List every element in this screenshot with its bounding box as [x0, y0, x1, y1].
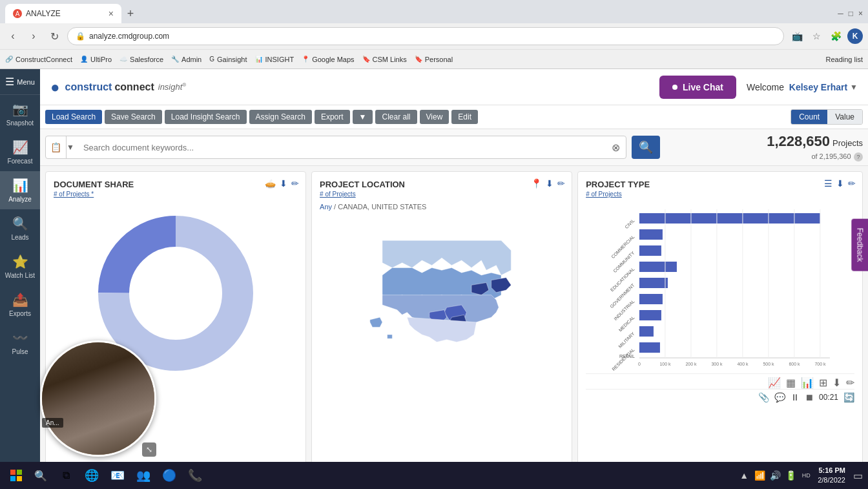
edit-type-icon[interactable]: ✏ [848, 178, 856, 189]
system-clock[interactable]: 5:16 PM 2/8/2022 [818, 466, 845, 486]
bookmark-button[interactable]: ☆ [809, 28, 824, 44]
canada-group [382, 240, 511, 300]
project-type-subtitle[interactable]: # of Projects [586, 191, 854, 198]
edit-chart-icon[interactable]: ✏ [291, 178, 299, 189]
search-clear-button[interactable]: ⊗ [605, 136, 626, 158]
taskbar-ringcentral-button[interactable]: 📞 [183, 464, 207, 487]
bookmark-admin[interactable]: 🔧 Admin [171, 56, 202, 63]
stop-icon[interactable]: ⏹ [805, 392, 814, 402]
download-type-icon[interactable]: ⬇ [836, 178, 844, 189]
svg-text:MEDICAL: MEDICAL [618, 315, 636, 333]
line-chart-icon[interactable]: 📈 [768, 377, 781, 389]
table-view-icon[interactable]: ⊞ [819, 377, 827, 389]
breadcrumb-any[interactable]: Any [320, 203, 332, 211]
project-location-subtitle[interactable]: # of Projects [320, 191, 564, 198]
sidebar-item-pulse[interactable]: 〰️ Pulse [0, 324, 40, 362]
sidebar-item-snapshot[interactable]: 📷 Snapshot [0, 95, 40, 133]
caption-icon[interactable]: 💬 [774, 392, 785, 402]
expand-view-icon[interactable]: ✏ [846, 377, 854, 389]
svg-text:RETAIL: RETAIL [619, 354, 635, 359]
download-chart-icon[interactable]: ⬇ [280, 178, 287, 189]
assign-search-button[interactable]: Assign Search [249, 110, 312, 124]
live-chat-button[interactable]: Live Chat [659, 76, 736, 99]
user-dropdown-button[interactable]: ▼ [850, 83, 858, 92]
taskbar-chrome-button[interactable]: 🔵 [158, 464, 181, 487]
download-location-icon[interactable]: ⬇ [546, 178, 553, 189]
reload-button[interactable]: ↻ [46, 28, 62, 44]
maximize-button[interactable]: □ [849, 9, 853, 18]
forward-button[interactable]: › [26, 28, 41, 44]
reading-list-button[interactable]: Reading list [826, 56, 863, 63]
extensions-button[interactable]: 🧩 [828, 28, 843, 44]
save-search-button[interactable]: Save Search [105, 110, 162, 124]
project-count-label: Projects [832, 138, 863, 148]
bar-view-icon[interactable]: 📊 [801, 377, 814, 389]
back-button[interactable]: ‹ [5, 28, 21, 44]
view-button[interactable]: View [420, 110, 450, 124]
minimize-button[interactable]: ─ [838, 9, 843, 18]
sidebar-item-leads[interactable]: 🔍 Leads [0, 209, 40, 247]
active-tab[interactable]: A ANALYZE × [5, 4, 121, 23]
project-location-card: PROJECT LOCATION # of Projects 📍 ⬇ ✏ Any… [311, 171, 572, 484]
value-button[interactable]: Value [827, 110, 862, 124]
edit-button[interactable]: Edit [451, 110, 478, 124]
search-go-button[interactable]: 🔍 [632, 136, 660, 159]
bookmark-googlemaps[interactable]: 📍 Google Maps [302, 56, 354, 63]
bookmark-insight[interactable]: 📊 INSIGHT [255, 56, 294, 63]
download-view-icon[interactable]: ⬇ [832, 377, 841, 389]
sidebar-item-watchlist[interactable]: ⭐ Watch List [0, 247, 40, 286]
export-dropdown-button[interactable]: ▼ [353, 110, 373, 124]
location-pin-icon[interactable]: 📍 [531, 178, 542, 189]
feedback-tab[interactable]: Feedback [852, 218, 868, 271]
expand-video-button[interactable]: ⤡ [142, 442, 156, 457]
copy-button[interactable]: 📋 [46, 136, 67, 158]
export-button[interactable]: Export [315, 110, 350, 124]
taskbar-outlook-button[interactable]: 📧 [106, 464, 129, 487]
close-button[interactable]: × [858, 9, 863, 18]
taskbar-taskview-button[interactable]: ⧉ [54, 464, 78, 487]
sidebar-item-forecast[interactable]: 📈 Forecast [0, 133, 40, 171]
load-insight-search-button[interactable]: Load Insight Search [165, 110, 247, 124]
search-input[interactable] [77, 143, 605, 152]
new-tab-button[interactable]: + [121, 5, 140, 23]
donut-chart-type-icon[interactable]: 🥧 [265, 178, 276, 189]
dropdown-arrow[interactable]: ▼ [67, 143, 74, 152]
count-button[interactable]: Count [791, 110, 827, 124]
load-search-button[interactable]: Load Search [45, 110, 102, 124]
svg-text:CIVIL: CIVIL [624, 218, 635, 229]
filter-type-icon[interactable]: ☰ [824, 178, 832, 189]
sidebar-item-analyze[interactable]: 📊 Analyze [0, 171, 40, 209]
bookmark-constructconnect[interactable]: 🔗 ConstructConnect [5, 56, 72, 63]
bar-government [639, 278, 668, 288]
pause-icon[interactable]: ⏸ [790, 392, 800, 402]
show-desktop-button[interactable]: ▭ [853, 470, 863, 482]
tab-close-button[interactable]: × [108, 8, 114, 19]
tray-arrow[interactable]: ▲ [738, 469, 750, 482]
info-icon[interactable]: ? [854, 152, 863, 161]
attachment-icon[interactable]: 📎 [758, 392, 769, 402]
taskbar-search-button[interactable]: 🔍 [30, 464, 52, 486]
document-share-subtitle[interactable]: # of Projects * [54, 191, 298, 198]
tray-volume[interactable]: 🔊 [769, 469, 781, 482]
profile-button[interactable]: K [847, 28, 863, 44]
search-bar: 📋 ▼ ⊗ 🔍 1,228,650 Projects of 2,195,360 … [40, 129, 868, 166]
tray-battery[interactable]: 🔋 [784, 469, 797, 482]
cast-button[interactable]: 📺 [789, 28, 805, 44]
sidebar-item-exports[interactable]: 📤 Exports [0, 286, 40, 324]
grid-view-icon[interactable]: ▦ [786, 377, 796, 389]
bookmark-ultipro[interactable]: 👤 UltiPro [80, 56, 112, 63]
tray-network[interactable]: 📶 [753, 469, 766, 482]
sidebar-menu-toggle[interactable]: ☰ Menu [0, 69, 40, 95]
taskbar-teams-button[interactable]: 👥 [132, 464, 155, 487]
address-input[interactable]: 🔒 analyze.cmdgroup.com [67, 27, 784, 45]
atlantic-provinces [491, 278, 512, 293]
edit-location-icon[interactable]: ✏ [557, 178, 565, 189]
bookmark-personal[interactable]: 🔖 Personal [415, 56, 453, 63]
bookmark-gainsight[interactable]: G Gainsight [209, 56, 247, 63]
taskbar-edge-button[interactable]: 🌐 [80, 464, 103, 487]
refresh-icon[interactable]: 🔄 [843, 392, 854, 402]
start-button[interactable] [5, 464, 27, 486]
clear-all-button[interactable]: Clear all [375, 110, 417, 124]
bookmark-csmlinks[interactable]: 🔖 CSM Links [362, 56, 407, 63]
bookmark-salesforce[interactable]: ☁️ Salesforce [119, 56, 163, 63]
